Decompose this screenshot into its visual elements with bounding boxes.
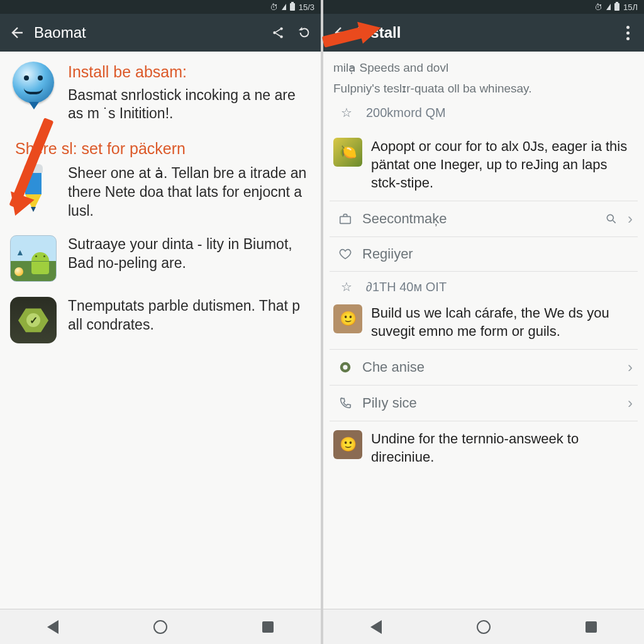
alarm-icon: ⏱ — [270, 3, 278, 12]
section-1-body: Basmat snrlostick incoking a ne are as m… — [68, 86, 312, 124]
phone-icon — [338, 396, 352, 410]
nav-regiiyer[interactable]: Regiiyer — [330, 236, 638, 271]
share-button[interactable] — [269, 24, 287, 42]
avatar: 🙂 — [333, 304, 362, 333]
pen-icon — [22, 164, 45, 214]
post-3-body: Undine for the ternnio-answeek to direci… — [371, 430, 635, 466]
smiley-face-icon — [13, 62, 54, 103]
section-2-header: ☆ ∂1TH 40м OIT — [330, 271, 638, 301]
arrow-left-icon — [332, 25, 347, 40]
section-2-heading: Shere sl: set for päckern — [15, 138, 312, 159]
nav-label: Pilıy sice — [362, 395, 618, 411]
chevron-right-icon: › — [628, 358, 633, 376]
chevron-right-icon: › — [628, 210, 633, 228]
left-content: Install be absam: Basmat snrlostick inco… — [0, 52, 321, 609]
appbar: Install — [323, 14, 644, 52]
appbar: Baomat — [0, 14, 321, 52]
circle-icon — [338, 360, 352, 374]
refresh-button[interactable] — [296, 24, 313, 42]
section-4: ✓ Tnemputats parble dutismen. That p all… — [9, 297, 312, 343]
hex-check-icon: ✓ — [10, 297, 57, 343]
phone-left: ⏱ 15/3 Baomat Install be absa — [0, 0, 323, 644]
avatar: 🍋 — [333, 138, 362, 167]
split-screenshot: ⏱ 15/3 Baomat Install be absa — [0, 0, 644, 644]
svg-point-4 — [607, 214, 613, 221]
post-2[interactable]: 🙂 Build us we lcah cárafe, the We ds you… — [330, 301, 638, 349]
right-content: milạ Speeds and dovl Fulpniy's teslɪr-qu… — [323, 52, 644, 609]
appbar-title: Baomat — [34, 24, 260, 42]
nav-label: Che anise — [362, 359, 618, 375]
signal-icon — [606, 4, 611, 10]
share-icon — [271, 26, 285, 40]
battery-icon — [290, 3, 295, 11]
appbar-title: Install — [357, 24, 610, 42]
star-icon: ☆ — [333, 105, 360, 120]
back-button[interactable] — [8, 24, 25, 42]
nav-home-icon[interactable] — [153, 620, 167, 634]
phone-right: ⏱ 15Л Install milạ Speeds and dovl Fulpn… — [323, 0, 644, 644]
nav-back-icon[interactable] — [47, 620, 58, 634]
nav-seecontmake[interactable]: Seecontmaķe › — [330, 201, 638, 236]
nav-che-anise[interactable]: Che anise › — [330, 349, 638, 385]
meta-row: ☆ 200kmord QM — [330, 101, 638, 129]
status-time: 15Л — [623, 3, 638, 12]
system-navbar — [0, 609, 321, 644]
subtitle-line2: Fulpniy's teslɪr-quata oll ba whinesay. — [330, 81, 638, 102]
chevron-right-icon: › — [628, 394, 633, 412]
briefcase-icon — [338, 212, 352, 226]
subtitle-line1: milạ Speeds and dovl — [330, 59, 638, 81]
nav-piliy-sice[interactable]: Pilıy sice › — [330, 385, 638, 421]
alarm-icon: ⏱ — [594, 3, 602, 12]
status-bar: ⏱ 15Л — [323, 0, 644, 14]
status-time: 15/3 — [299, 3, 314, 12]
section-3-body: Sutraaye your dinta - lity in Biumot, Ba… — [68, 235, 312, 282]
avatar: 🙂 — [333, 430, 362, 459]
nav-home-icon[interactable] — [477, 620, 491, 634]
section-3: Sutraaye your dinta - lity in Biumot, Ba… — [9, 235, 312, 282]
nav-recent-icon[interactable] — [262, 621, 274, 633]
post-list-3: 🙂 Undine for the ternnio-answeek to dire… — [330, 421, 638, 475]
meta-text: 200kmord QM — [366, 106, 446, 120]
nav-recent-icon[interactable] — [586, 621, 597, 633]
post-list: 🍋 Aopopt or cour for to alx 0Js, eager i… — [330, 129, 638, 201]
star-icon: ☆ — [333, 279, 360, 294]
back-button[interactable] — [331, 24, 348, 42]
post-1[interactable]: 🍋 Aopopt or cour for to alx 0Js, eager i… — [330, 129, 638, 201]
nav-label: Seecontmaķe — [362, 211, 595, 227]
refresh-icon — [297, 26, 311, 40]
post-1-body: Aopopt or cour for to alx 0Js, eager ia … — [371, 138, 635, 192]
overflow-button[interactable] — [619, 24, 636, 42]
section-2: Sheer one at ȧ. Tellan bre a itrade an t… — [9, 164, 312, 221]
post-3[interactable]: 🙂 Undine for the ternnio-answeek to dire… — [330, 421, 638, 475]
battery-icon — [614, 3, 619, 11]
section-2-body: Sheer one at ȧ. Tellan bre a itrade an t… — [68, 164, 312, 221]
system-navbar — [323, 609, 644, 644]
more-icon — [626, 26, 630, 40]
svg-rect-3 — [340, 216, 351, 223]
post-2-body: Build us we lcah cárafe, the We ds you s… — [371, 304, 635, 340]
android-landscape-icon — [10, 235, 57, 282]
svg-point-6 — [343, 365, 347, 370]
arrow-left-icon — [9, 25, 24, 40]
section-1-heading: Install be absam: — [68, 62, 312, 82]
section-2-header-text: ∂1TH 40м OIT — [366, 280, 447, 294]
nav-label: Regiiyer — [362, 246, 633, 262]
section-1: Install be absam: Basmat snrlostick inco… — [9, 62, 312, 123]
section-4-body: Tnemputats parble dutismen. That p all c… — [68, 297, 312, 343]
signal-icon — [282, 4, 286, 10]
status-bar: ⏱ 15/3 — [0, 0, 321, 14]
heart-icon — [338, 247, 352, 261]
nav-back-icon[interactable] — [370, 620, 382, 634]
post-list-2: 🙂 Build us we lcah cárafe, the We ds you… — [330, 301, 638, 349]
search-icon[interactable] — [605, 213, 618, 225]
